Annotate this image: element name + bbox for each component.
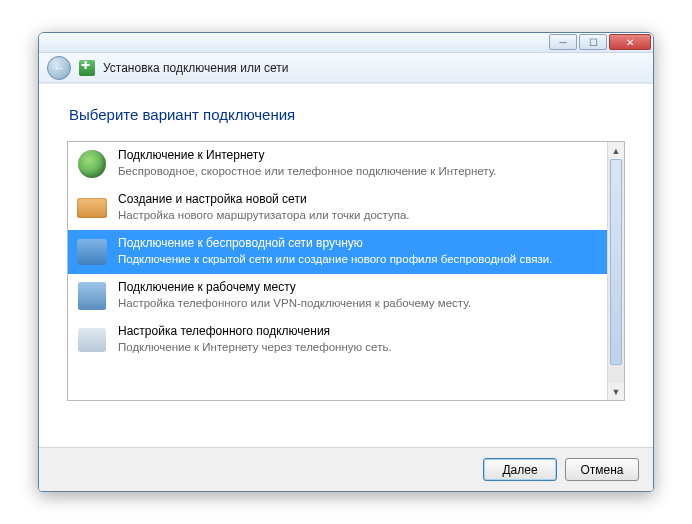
window-title: Установка подключения или сети bbox=[103, 61, 288, 75]
option-subtitle: Подключение к Интернету через телефонную… bbox=[118, 340, 392, 355]
option-title: Создание и настройка новой сети bbox=[118, 192, 410, 208]
nav-bar: ← Установка подключения или сети bbox=[39, 53, 653, 83]
arrow-left-icon: ← bbox=[53, 60, 66, 75]
option-subtitle: Подключение к скрытой сети или создание … bbox=[118, 252, 552, 267]
router-icon bbox=[76, 192, 108, 224]
scroll-down-icon[interactable]: ▼ bbox=[608, 383, 624, 400]
network-wizard-icon bbox=[79, 60, 95, 76]
wireless-icon bbox=[76, 236, 108, 268]
option-title: Подключение к беспроводной сети вручную bbox=[118, 236, 552, 252]
wizard-window: ─ ☐ ✕ ← Установка подключения или сети В… bbox=[38, 32, 654, 492]
maximize-button[interactable]: ☐ bbox=[579, 34, 607, 50]
scroll-thumb[interactable] bbox=[610, 159, 622, 365]
phone-icon bbox=[76, 324, 108, 356]
option-internet[interactable]: Подключение к Интернету Беспроводное, ск… bbox=[68, 142, 607, 186]
content-area: Выберите вариант подключения Подключение… bbox=[39, 83, 653, 447]
option-subtitle: Беспроводное, скоростное или телефонное … bbox=[118, 164, 497, 179]
option-subtitle: Настройка телефонного или VPN-подключени… bbox=[118, 296, 471, 311]
workplace-icon bbox=[76, 280, 108, 312]
close-button[interactable]: ✕ bbox=[609, 34, 651, 50]
option-manual-wireless[interactable]: Подключение к беспроводной сети вручную … bbox=[68, 230, 607, 274]
scroll-up-icon[interactable]: ▲ bbox=[608, 142, 624, 159]
option-subtitle: Настройка нового маршрутизатора или точк… bbox=[118, 208, 410, 223]
option-new-network[interactable]: Создание и настройка новой сети Настройк… bbox=[68, 186, 607, 230]
next-button[interactable]: Далее bbox=[483, 458, 557, 481]
option-title: Подключение к рабочему месту bbox=[118, 280, 471, 296]
title-bar: ─ ☐ ✕ bbox=[39, 33, 653, 53]
back-button[interactable]: ← bbox=[47, 56, 71, 80]
globe-icon bbox=[76, 148, 108, 180]
option-dialup[interactable]: Настройка телефонного подключения Подклю… bbox=[68, 318, 607, 362]
footer: Далее Отмена bbox=[39, 447, 653, 491]
page-heading: Выберите вариант подключения bbox=[69, 106, 625, 123]
scroll-track[interactable] bbox=[608, 159, 624, 383]
option-title: Настройка телефонного подключения bbox=[118, 324, 392, 340]
scrollbar[interactable]: ▲ ▼ bbox=[607, 142, 624, 400]
minimize-button[interactable]: ─ bbox=[549, 34, 577, 50]
option-workplace[interactable]: Подключение к рабочему месту Настройка т… bbox=[68, 274, 607, 318]
option-title: Подключение к Интернету bbox=[118, 148, 497, 164]
cancel-button[interactable]: Отмена bbox=[565, 458, 639, 481]
options-list: Подключение к Интернету Беспроводное, ск… bbox=[67, 141, 625, 401]
